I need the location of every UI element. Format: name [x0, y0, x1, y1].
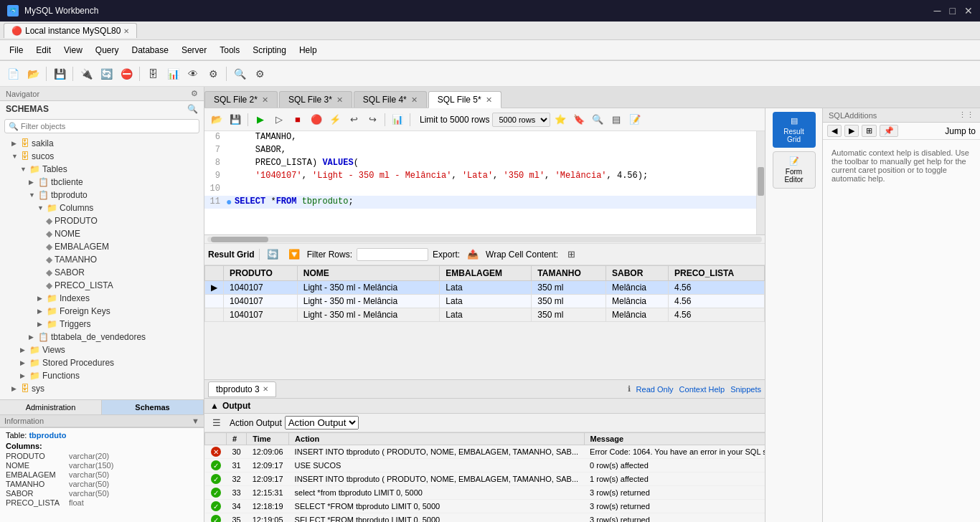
- output-toggle-btn[interactable]: ☰: [208, 414, 225, 432]
- tree-item-sakila[interactable]: ▶ 🗄 sakila: [0, 137, 204, 150]
- toolbar-open[interactable]: 📂: [24, 65, 42, 83]
- menu-tools[interactable]: Tools: [214, 43, 245, 57]
- tree-item-triggers[interactable]: ▶ 📁 Triggers: [0, 318, 204, 331]
- menu-server[interactable]: Server: [176, 43, 212, 57]
- toolbar-proc[interactable]: ⚙: [204, 65, 222, 83]
- output-collapse-icon[interactable]: ▲: [210, 401, 219, 411]
- toolbar-search[interactable]: 🔍: [230, 65, 249, 83]
- navigator-options-icon[interactable]: ⚙: [191, 89, 198, 98]
- menu-file[interactable]: File: [4, 43, 29, 57]
- tree-item-col-tamanho[interactable]: ◆ TAMANHO: [0, 253, 204, 266]
- tree-item-views[interactable]: ▶ 📁 Views: [0, 343, 204, 356]
- tree-item-tbproduto[interactable]: ▼ 📋 tbproduto: [0, 189, 204, 201]
- filter-input[interactable]: [4, 119, 199, 133]
- toolbar-format[interactable]: ▤: [608, 111, 625, 128]
- additions-fwd-btn[interactable]: ▶: [844, 125, 859, 137]
- close-button[interactable]: ✕: [964, 5, 973, 16]
- toolbar-view[interactable]: 👁: [184, 65, 202, 83]
- toolbar-connect[interactable]: 🔌: [77, 65, 95, 83]
- table-row[interactable]: ▶ 1040107 Light - 350 ml - Melância Lata…: [205, 281, 765, 295]
- tbproduto-tab[interactable]: tbproduto 3 ✕: [208, 381, 276, 397]
- results-filter[interactable]: 🔽: [286, 246, 303, 263]
- toolbar-disconnect[interactable]: ⛔: [117, 65, 136, 83]
- nav-tab-schemas[interactable]: Schemas: [102, 400, 204, 414]
- toolbar-reconnect[interactable]: 🔄: [97, 65, 116, 83]
- instance-tab[interactable]: 🔴 Local instance MySQL80 ✕: [4, 23, 137, 38]
- output-row[interactable]: ✕ 30 12:09:06 INSERT INTO tbproduto ( PR…: [205, 445, 765, 459]
- result-grid-sidebar-btn[interactable]: ▤ ResultGrid: [773, 112, 816, 148]
- menu-edit[interactable]: Edit: [30, 43, 57, 57]
- toolbar-redo[interactable]: ↪: [364, 111, 381, 128]
- editor-hscroll[interactable]: [204, 235, 765, 244]
- tree-item-col-embalagem[interactable]: ◆ EMBALAGEM: [0, 240, 204, 253]
- output-type-select[interactable]: Action Output: [285, 416, 359, 430]
- output-row[interactable]: ✓ 33 12:15:31 select *from tbproduto LIM…: [205, 486, 765, 500]
- table-row[interactable]: 1040107 Light - 350 ml - Melância Lata 3…: [205, 308, 765, 322]
- read-only-label[interactable]: Read Only: [636, 385, 674, 394]
- snippets-label[interactable]: Snippets: [730, 385, 761, 394]
- tree-item-tbtabela[interactable]: ▶ 📋 tbtabela_de_vendedores: [0, 331, 204, 343]
- toolbar-settings[interactable]: ⚙: [250, 65, 269, 83]
- toolbar-toggle[interactable]: 📊: [389, 111, 406, 128]
- menu-database[interactable]: Database: [126, 43, 174, 57]
- output-row[interactable]: ✓ 34 12:18:19 SELECT *FROM tbproduto LIM…: [205, 500, 765, 513]
- tree-item-col-produto[interactable]: ◆ PRODUTO: [0, 214, 204, 227]
- output-row[interactable]: ✓ 31 12:09:17 USE SUCOS 0 row(s) affecte…: [205, 459, 765, 473]
- toolbar-run-selection[interactable]: ▷: [270, 111, 288, 128]
- tree-item-col-sabor[interactable]: ◆ SABOR: [0, 266, 204, 279]
- schemas-search-icon[interactable]: 🔍: [187, 104, 198, 114]
- table-row[interactable]: 1040107 Light - 350 ml - Melância Lata 3…: [205, 295, 765, 308]
- tree-item-col-nome[interactable]: ◆ NOME: [0, 227, 204, 240]
- editor-scrollbar-v[interactable]: [756, 131, 765, 234]
- toolbar-open-file[interactable]: 📂: [208, 111, 225, 128]
- output-row[interactable]: ✓ 32 12:09:17 INSERT INTO tbproduto ( PR…: [205, 473, 765, 486]
- tree-item-tables[interactable]: ▼ 📁 Tables: [0, 163, 204, 176]
- nav-tab-admin[interactable]: Administration: [0, 400, 102, 414]
- toolbar-save-file[interactable]: 💾: [227, 111, 244, 128]
- tree-item-sucos[interactable]: ▼ 🗄 sucos: [0, 150, 204, 163]
- sql-tab-5[interactable]: SQL File 5* ✕: [428, 91, 501, 108]
- menu-help[interactable]: Help: [293, 43, 323, 57]
- output-row[interactable]: ✓ 35 12:19:05 SELECT *FROM tbproduto LIM…: [205, 513, 765, 523]
- additions-back-btn[interactable]: ◀: [827, 125, 842, 137]
- menu-query[interactable]: Query: [90, 43, 125, 57]
- tree-item-columns[interactable]: ▼ 📁 Columns: [0, 201, 204, 214]
- toolbar-bookmark[interactable]: 🔖: [570, 111, 588, 128]
- sql-editor-scroll[interactable]: 6 TAMANHO, 7 SABOR,: [204, 131, 756, 234]
- results-refresh[interactable]: 🔄: [264, 246, 281, 263]
- context-help-label[interactable]: Context Help: [679, 385, 725, 394]
- additions-jumpto-btn[interactable]: ⊞: [862, 125, 877, 137]
- toolbar-run[interactable]: ▶: [252, 111, 269, 128]
- toolbar-save[interactable]: 💾: [50, 65, 69, 83]
- sql-tab-4[interactable]: SQL File 4* ✕: [354, 91, 427, 108]
- sql-tab-3-close[interactable]: ✕: [336, 95, 343, 105]
- sql-tab-3[interactable]: SQL File 3* ✕: [279, 91, 352, 108]
- filter-rows-input[interactable]: [357, 248, 428, 261]
- sql-tab-2-close[interactable]: ✕: [262, 95, 268, 105]
- titlebar-controls[interactable]: ─ □ ✕: [934, 5, 973, 16]
- toolbar-star[interactable]: ⭐: [552, 111, 569, 128]
- tree-item-sys[interactable]: ▶ 🗄 sys: [0, 382, 204, 395]
- wrap-btn[interactable]: ⊞: [562, 246, 580, 263]
- tbproduto-tab-close[interactable]: ✕: [263, 385, 268, 393]
- menu-view[interactable]: View: [58, 43, 88, 57]
- toolbar-search2[interactable]: 🔍: [589, 111, 606, 128]
- tree-item-indexes[interactable]: ▶ 📁 Indexes: [0, 292, 204, 305]
- tree-item-stored-procs[interactable]: ▶ 📁 Stored Procedures: [0, 356, 204, 369]
- toolbar-comments[interactable]: 📝: [626, 111, 644, 128]
- limit-dropdown[interactable]: 5000 rows: [492, 113, 550, 127]
- export-btn[interactable]: 📤: [464, 246, 481, 263]
- toolbar-stop[interactable]: ■: [289, 111, 306, 128]
- menu-scripting[interactable]: Scripting: [247, 43, 292, 57]
- toolbar-create-schema[interactable]: 🗄: [143, 65, 162, 83]
- sql-tab-5-close[interactable]: ✕: [486, 95, 492, 105]
- tree-item-col-preco[interactable]: ◆ PRECO_LISTA: [0, 279, 204, 292]
- instance-tab-close[interactable]: ✕: [123, 27, 129, 35]
- toolbar-undo[interactable]: ↩: [345, 111, 362, 128]
- additions-pin-btn[interactable]: 📌: [880, 125, 898, 137]
- maximize-button[interactable]: □: [950, 5, 956, 16]
- tree-item-functions[interactable]: ▶ 📁 Functions: [0, 369, 204, 382]
- tree-item-fkeys[interactable]: ▶ 📁 Foreign Keys: [0, 305, 204, 318]
- form-editor-sidebar-btn[interactable]: 📝 FormEditor: [773, 151, 816, 189]
- toolbar-table[interactable]: 📊: [164, 65, 182, 83]
